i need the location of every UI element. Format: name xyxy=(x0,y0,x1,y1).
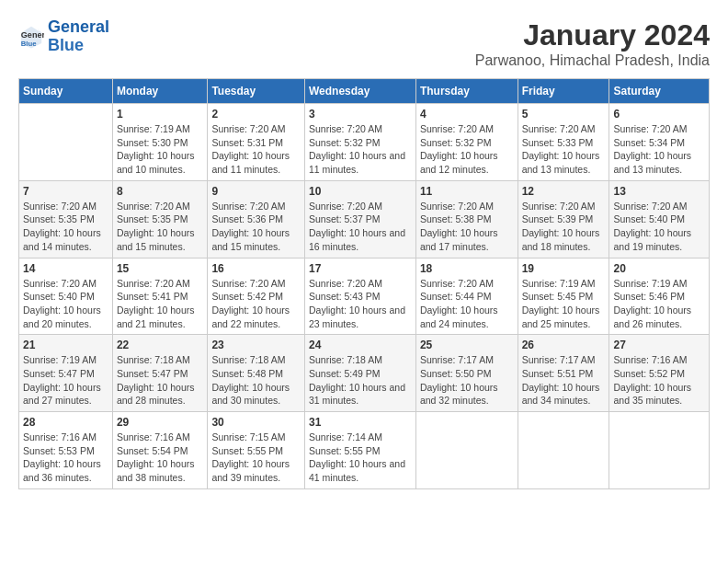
day-info: Sunrise: 7:20 AM Sunset: 5:37 PM Dayligh… xyxy=(309,200,412,254)
day-number: 27 xyxy=(613,339,705,351)
day-number: 5 xyxy=(522,108,606,121)
calendar-cell xyxy=(415,412,518,489)
day-info: Sunrise: 7:19 AM Sunset: 5:30 PM Dayligh… xyxy=(117,122,204,177)
calendar-week-row: 14Sunrise: 7:20 AM Sunset: 5:40 PM Dayli… xyxy=(19,258,710,335)
day-header-sunday: Sunday xyxy=(19,79,113,104)
page-header: General Blue General Blue January 2024 P… xyxy=(18,18,710,69)
calendar-cell: 21Sunrise: 7:19 AM Sunset: 5:47 PM Dayli… xyxy=(19,335,113,412)
calendar-cell: 24Sunrise: 7:18 AM Sunset: 5:49 PM Dayli… xyxy=(304,335,415,412)
day-number: 11 xyxy=(420,185,514,198)
day-info: Sunrise: 7:19 AM Sunset: 5:45 PM Dayligh… xyxy=(522,277,606,331)
calendar-cell: 25Sunrise: 7:17 AM Sunset: 5:50 PM Dayli… xyxy=(415,335,518,412)
logo-text: General Blue xyxy=(48,18,109,55)
calendar-cell: 2Sunrise: 7:20 AM Sunset: 5:31 PM Daylig… xyxy=(208,104,305,181)
day-number: 15 xyxy=(117,262,204,275)
day-header-thursday: Thursday xyxy=(415,79,518,104)
day-info: Sunrise: 7:20 AM Sunset: 5:40 PM Dayligh… xyxy=(613,200,705,254)
day-number: 3 xyxy=(309,108,412,121)
day-number: 24 xyxy=(309,339,412,351)
day-info: Sunrise: 7:16 AM Sunset: 5:54 PM Dayligh… xyxy=(117,431,204,485)
day-info: Sunrise: 7:20 AM Sunset: 5:38 PM Dayligh… xyxy=(420,200,514,254)
logo: General Blue General Blue xyxy=(18,18,109,55)
calendar-cell: 27Sunrise: 7:16 AM Sunset: 5:52 PM Dayli… xyxy=(609,335,710,412)
day-info: Sunrise: 7:20 AM Sunset: 5:35 PM Dayligh… xyxy=(117,200,204,254)
day-header-monday: Monday xyxy=(112,79,208,104)
svg-text:Blue: Blue xyxy=(21,40,37,48)
day-info: Sunrise: 7:20 AM Sunset: 5:41 PM Dayligh… xyxy=(117,277,204,331)
calendar-cell: 6Sunrise: 7:20 AM Sunset: 5:34 PM Daylig… xyxy=(609,104,710,181)
day-number: 10 xyxy=(309,185,412,198)
day-number: 30 xyxy=(211,416,301,429)
calendar-cell: 18Sunrise: 7:20 AM Sunset: 5:44 PM Dayli… xyxy=(415,258,518,335)
day-info: Sunrise: 7:20 AM Sunset: 5:35 PM Dayligh… xyxy=(23,200,108,254)
logo-line1: General xyxy=(48,17,109,36)
day-info: Sunrise: 7:14 AM Sunset: 5:55 PM Dayligh… xyxy=(309,431,412,485)
day-number: 21 xyxy=(23,339,108,351)
day-number: 18 xyxy=(420,262,514,275)
day-info: Sunrise: 7:20 AM Sunset: 5:44 PM Dayligh… xyxy=(420,277,514,331)
day-header-saturday: Saturday xyxy=(609,79,710,104)
calendar-cell: 15Sunrise: 7:20 AM Sunset: 5:41 PM Dayli… xyxy=(112,258,208,335)
calendar-cell xyxy=(19,104,113,181)
day-info: Sunrise: 7:19 AM Sunset: 5:47 PM Dayligh… xyxy=(23,353,108,408)
day-info: Sunrise: 7:20 AM Sunset: 5:43 PM Dayligh… xyxy=(309,277,412,331)
day-number: 4 xyxy=(420,108,514,121)
day-info: Sunrise: 7:17 AM Sunset: 5:50 PM Dayligh… xyxy=(420,353,514,408)
day-info: Sunrise: 7:20 AM Sunset: 5:32 PM Dayligh… xyxy=(309,122,412,177)
day-info: Sunrise: 7:20 AM Sunset: 5:33 PM Dayligh… xyxy=(522,122,606,177)
calendar-header-row: SundayMondayTuesdayWednesdayThursdayFrid… xyxy=(19,79,710,104)
day-number: 19 xyxy=(522,262,606,275)
day-info: Sunrise: 7:15 AM Sunset: 5:55 PM Dayligh… xyxy=(211,431,301,485)
day-number: 20 xyxy=(613,262,705,275)
calendar-cell: 23Sunrise: 7:18 AM Sunset: 5:48 PM Dayli… xyxy=(208,335,305,412)
calendar-cell: 8Sunrise: 7:20 AM Sunset: 5:35 PM Daylig… xyxy=(112,180,208,258)
calendar-cell xyxy=(518,412,609,489)
calendar-cell: 19Sunrise: 7:19 AM Sunset: 5:45 PM Dayli… xyxy=(518,258,609,335)
day-info: Sunrise: 7:18 AM Sunset: 5:48 PM Dayligh… xyxy=(211,353,301,408)
day-info: Sunrise: 7:20 AM Sunset: 5:32 PM Dayligh… xyxy=(420,122,514,177)
calendar-cell: 22Sunrise: 7:18 AM Sunset: 5:47 PM Dayli… xyxy=(112,335,208,412)
calendar-week-row: 1Sunrise: 7:19 AM Sunset: 5:30 PM Daylig… xyxy=(19,104,710,181)
title-area: January 2024 Parwanoo, Himachal Pradesh,… xyxy=(475,18,710,69)
day-number: 9 xyxy=(211,185,301,198)
day-number: 7 xyxy=(23,185,108,198)
calendar-week-row: 28Sunrise: 7:16 AM Sunset: 5:53 PM Dayli… xyxy=(19,412,710,489)
day-info: Sunrise: 7:20 AM Sunset: 5:39 PM Dayligh… xyxy=(522,200,606,254)
page-subtitle: Parwanoo, Himachal Pradesh, India xyxy=(475,52,710,69)
calendar-cell: 3Sunrise: 7:20 AM Sunset: 5:32 PM Daylig… xyxy=(304,104,415,181)
calendar-cell: 10Sunrise: 7:20 AM Sunset: 5:37 PM Dayli… xyxy=(304,180,415,258)
calendar-cell: 4Sunrise: 7:20 AM Sunset: 5:32 PM Daylig… xyxy=(415,104,518,181)
calendar-cell xyxy=(609,412,710,489)
calendar-cell: 16Sunrise: 7:20 AM Sunset: 5:42 PM Dayli… xyxy=(208,258,305,335)
day-info: Sunrise: 7:16 AM Sunset: 5:52 PM Dayligh… xyxy=(613,353,705,408)
day-number: 25 xyxy=(420,339,514,351)
day-info: Sunrise: 7:20 AM Sunset: 5:42 PM Dayligh… xyxy=(211,277,301,331)
day-number: 12 xyxy=(522,185,606,198)
day-info: Sunrise: 7:20 AM Sunset: 5:34 PM Dayligh… xyxy=(613,122,705,177)
calendar-cell: 29Sunrise: 7:16 AM Sunset: 5:54 PM Dayli… xyxy=(112,412,208,489)
calendar-cell: 5Sunrise: 7:20 AM Sunset: 5:33 PM Daylig… xyxy=(518,104,609,181)
logo-icon: General Blue xyxy=(18,24,44,50)
calendar-cell: 12Sunrise: 7:20 AM Sunset: 5:39 PM Dayli… xyxy=(518,180,609,258)
day-info: Sunrise: 7:20 AM Sunset: 5:36 PM Dayligh… xyxy=(211,200,301,254)
day-number: 17 xyxy=(309,262,412,275)
day-number: 1 xyxy=(117,108,204,121)
day-number: 23 xyxy=(211,339,301,351)
calendar-body: 1Sunrise: 7:19 AM Sunset: 5:30 PM Daylig… xyxy=(19,104,710,489)
day-number: 2 xyxy=(211,108,301,121)
calendar-cell: 14Sunrise: 7:20 AM Sunset: 5:40 PM Dayli… xyxy=(19,258,113,335)
day-number: 13 xyxy=(613,185,705,198)
day-header-wednesday: Wednesday xyxy=(304,79,415,104)
day-info: Sunrise: 7:19 AM Sunset: 5:46 PM Dayligh… xyxy=(613,277,705,331)
day-info: Sunrise: 7:18 AM Sunset: 5:49 PM Dayligh… xyxy=(309,353,412,408)
day-header-friday: Friday xyxy=(518,79,609,104)
day-number: 6 xyxy=(613,108,705,121)
calendar-table: SundayMondayTuesdayWednesdayThursdayFrid… xyxy=(18,78,710,489)
logo-line2: Blue xyxy=(48,36,84,54)
day-info: Sunrise: 7:18 AM Sunset: 5:47 PM Dayligh… xyxy=(117,353,204,408)
calendar-cell: 7Sunrise: 7:20 AM Sunset: 5:35 PM Daylig… xyxy=(19,180,113,258)
day-info: Sunrise: 7:17 AM Sunset: 5:51 PM Dayligh… xyxy=(522,353,606,408)
day-number: 14 xyxy=(23,262,108,275)
day-number: 26 xyxy=(522,339,606,351)
calendar-cell: 30Sunrise: 7:15 AM Sunset: 5:55 PM Dayli… xyxy=(208,412,305,489)
